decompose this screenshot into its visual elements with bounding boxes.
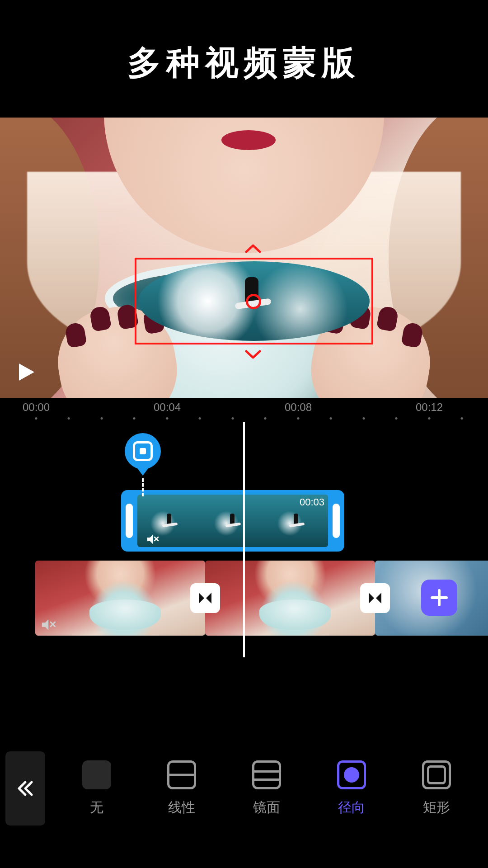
ruler-tick-label: 00:04 (154, 401, 181, 414)
mask-none-icon (82, 760, 111, 789)
clip-trim-handle-right[interactable] (333, 504, 340, 538)
svg-marker-0 (19, 363, 34, 381)
playhead[interactable] (243, 422, 245, 657)
mask-option-label: 无 (90, 798, 103, 817)
transition-button[interactable] (360, 583, 390, 613)
ruler-tick-label: 00:08 (285, 401, 312, 414)
mask-option-label: 镜面 (253, 798, 280, 817)
mask-option-rect[interactable]: 矩形 (422, 760, 451, 817)
mask-linear-icon (167, 760, 196, 789)
timeline-ruler[interactable]: 00:00 00:04 00:08 00:12 (0, 398, 488, 422)
chevron-double-left-icon (15, 778, 35, 798)
mask-option-label: 线性 (168, 798, 195, 817)
svg-marker-5 (369, 593, 374, 604)
timeline[interactable]: 00:03 (0, 422, 488, 666)
mask-toolbar: 无 线性 镜面 径向 矩形 (0, 743, 488, 834)
svg-marker-3 (199, 593, 204, 604)
clip-trim-handle-left[interactable] (126, 504, 133, 538)
keyframe-icon[interactable] (125, 433, 161, 469)
mask-option-radial[interactable]: 径向 (337, 760, 366, 817)
main-clip[interactable] (205, 561, 375, 636)
chevron-up-icon[interactable] (244, 243, 262, 254)
header: 多种视频蒙版 (0, 0, 488, 118)
mask-option-label: 径向 (338, 798, 365, 817)
main-clip[interactable] (35, 561, 205, 636)
keyframe-marker[interactable] (125, 433, 161, 478)
mask-option-mirror[interactable]: 镜面 (252, 760, 281, 817)
overlay-clip[interactable]: 00:03 (121, 490, 344, 552)
video-preview[interactable] (0, 118, 488, 398)
play-button[interactable] (13, 359, 39, 385)
mask-option-label: 矩形 (423, 798, 450, 817)
page-title: 多种视频蒙版 (0, 41, 488, 86)
mask-radial-icon (337, 760, 366, 789)
svg-marker-4 (206, 593, 211, 604)
clip-duration-label: 00:03 (300, 496, 324, 508)
main-track[interactable] (35, 561, 488, 636)
svg-marker-6 (376, 593, 381, 604)
mask-mirror-icon (252, 760, 281, 789)
ruler-tick-label: 00:00 (23, 401, 50, 414)
mask-center-handle[interactable] (246, 294, 261, 309)
ruler-tick-label: 00:12 (416, 401, 443, 414)
mute-icon[interactable] (40, 617, 56, 633)
mask-option-none[interactable]: 无 (82, 760, 111, 817)
add-clip-button[interactable] (421, 580, 457, 616)
collapse-button[interactable] (5, 751, 45, 826)
chevron-down-icon[interactable] (244, 349, 262, 360)
mute-icon (145, 533, 159, 546)
mask-rect-icon (422, 760, 451, 789)
preview-art (221, 130, 276, 150)
transition-button[interactable] (190, 583, 220, 613)
mask-option-linear[interactable]: 线性 (167, 760, 196, 817)
